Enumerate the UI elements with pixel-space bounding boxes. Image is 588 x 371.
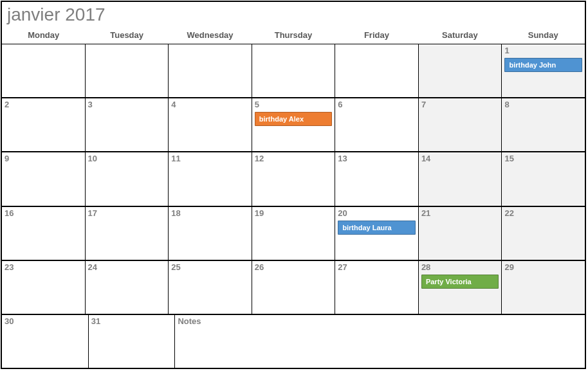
day-cell[interactable]: 26 (252, 261, 336, 314)
day-cell[interactable] (2, 44, 86, 97)
weekday-header: Sunday (502, 30, 585, 44)
day-number: 24 (88, 262, 166, 272)
day-cell[interactable]: 11 (169, 152, 252, 205)
day-cell[interactable] (169, 44, 252, 97)
day-number: 3 (88, 100, 166, 109)
day-number: 14 (421, 154, 499, 163)
day-cell[interactable]: 2 (2, 98, 86, 151)
day-number: 29 (504, 262, 582, 272)
day-cell[interactable] (419, 44, 502, 97)
weekday-header: Friday (335, 30, 418, 44)
day-number: 15 (504, 154, 582, 163)
day-cell[interactable]: 3 (86, 98, 169, 151)
month-title: janvier 2017 (2, 2, 585, 30)
day-cell[interactable]: 31 (89, 315, 176, 368)
day-number: 4 (171, 100, 249, 109)
week-row: 2345birthday Alex678 (2, 98, 585, 152)
day-number: 5 (255, 100, 333, 109)
day-cell[interactable] (252, 44, 336, 97)
day-number: 21 (421, 208, 499, 218)
calendar-event[interactable]: birthday Alex (255, 112, 333, 126)
calendar-event[interactable]: birthday John (504, 58, 582, 72)
calendar-grid: 1birthday John2345birthday Alex678910111… (2, 44, 585, 368)
day-cell[interactable]: 10 (86, 152, 169, 205)
day-cell[interactable]: 16 (2, 207, 86, 260)
day-number: 18 (171, 208, 249, 218)
day-number: 25 (171, 262, 249, 272)
day-cell[interactable]: 9 (2, 152, 86, 205)
calendar: janvier 2017 Monday Tuesday Wednesday Th… (1, 1, 586, 369)
weekday-header: Tuesday (85, 30, 168, 44)
day-number: 7 (421, 100, 499, 109)
day-number: 13 (338, 154, 416, 163)
day-number: 10 (88, 154, 166, 163)
weekday-header: Thursday (252, 30, 335, 44)
week-row: 9101112131415 (2, 152, 585, 206)
day-number: 1 (504, 46, 582, 55)
calendar-event[interactable]: birthday Laura (338, 221, 416, 235)
day-cell[interactable]: 17 (86, 207, 169, 260)
day-cell[interactable]: 1birthday John (502, 44, 585, 97)
day-cell[interactable]: 7 (419, 98, 502, 151)
day-cell[interactable]: 15 (502, 152, 585, 205)
calendar-event[interactable]: Party Victoria (421, 275, 499, 289)
weekday-header: Monday (2, 30, 85, 44)
day-number: 16 (5, 208, 82, 218)
day-number: 23 (5, 262, 82, 272)
weekday-header: Wednesday (169, 30, 252, 44)
day-cell[interactable]: 28Party Victoria (419, 261, 502, 314)
day-cell[interactable]: 13 (335, 152, 419, 205)
day-cell[interactable]: 25 (169, 261, 252, 314)
day-number: 19 (255, 208, 333, 218)
day-cell[interactable]: 23 (2, 261, 86, 314)
day-number: 31 (91, 316, 172, 326)
day-number: 6 (338, 100, 416, 109)
week-row: 232425262728Party Victoria29 (2, 261, 585, 315)
day-number: 30 (5, 316, 86, 326)
day-cell[interactable]: 30 (2, 315, 89, 368)
day-cell[interactable]: 27 (335, 261, 419, 314)
week-row: 3031Notes (2, 315, 585, 368)
day-cell[interactable]: 20birthday Laura (335, 207, 419, 260)
notes-area[interactable]: Notes (175, 315, 585, 368)
day-number: 8 (504, 100, 582, 109)
day-cell[interactable]: 5birthday Alex (252, 98, 336, 151)
day-cell[interactable]: 12 (252, 152, 336, 205)
weekday-header-row: Monday Tuesday Wednesday Thursday Friday… (2, 30, 585, 44)
day-number: 27 (338, 262, 416, 272)
day-number: 9 (5, 154, 82, 163)
weekday-header: Saturday (418, 30, 501, 44)
day-cell[interactable]: 14 (419, 152, 502, 205)
day-cell[interactable]: 22 (502, 207, 585, 260)
day-cell[interactable]: 8 (502, 98, 585, 151)
day-cell[interactable]: 4 (169, 98, 252, 151)
day-number: 17 (88, 208, 166, 218)
day-cell[interactable] (335, 44, 419, 97)
day-cell[interactable]: 18 (169, 207, 252, 260)
day-cell[interactable]: 29 (502, 261, 585, 314)
day-number: 2 (5, 100, 82, 109)
week-row: 1617181920birthday Laura2122 (2, 207, 585, 261)
day-cell[interactable]: 24 (86, 261, 169, 314)
day-number: 11 (171, 154, 249, 163)
day-cell[interactable]: 6 (335, 98, 419, 151)
day-number: 12 (255, 154, 333, 163)
day-number: 20 (338, 208, 416, 218)
day-number: 28 (421, 262, 499, 272)
week-row: 1birthday John (2, 44, 585, 98)
day-cell[interactable]: 21 (419, 207, 502, 260)
day-cell[interactable]: 19 (252, 207, 336, 260)
day-number: 22 (504, 208, 582, 218)
day-cell[interactable] (86, 44, 169, 97)
day-number: 26 (255, 262, 333, 272)
notes-label: Notes (178, 316, 582, 326)
